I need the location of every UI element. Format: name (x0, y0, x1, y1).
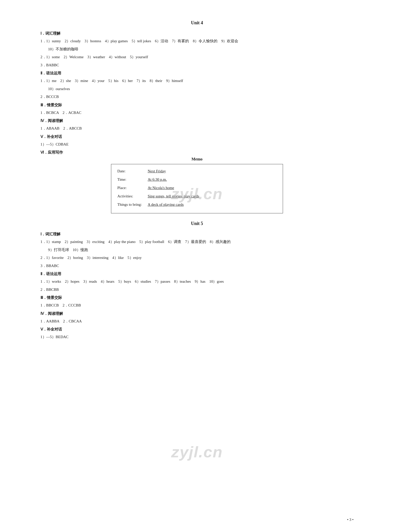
unit4-s1-line4: 3．BABBC (40, 62, 354, 69)
memo-date-row: Date: Next Friday (117, 168, 277, 175)
unit4-s1-line2: 10）不加糖的咖啡 (40, 46, 354, 53)
unit4-s2-line2: 10）ourselves (40, 86, 354, 92)
memo-date-label: Date: (117, 168, 148, 175)
unit4-s2-line1: 1．1）me 2）she 3）mine 4）your 5）his 6）her 7… (40, 78, 354, 84)
unit4-title: Unit 4 (40, 20, 354, 26)
unit4-s3-line1: 1．BCBCA 2．ACBAC (40, 110, 354, 116)
memo-place-label: Place: (117, 185, 148, 191)
unit4-section6-heading: Ⅵ．应用写作 (40, 150, 354, 155)
unit5-s5-line1: 1）—5）BEDAC (40, 334, 354, 340)
unit4-section1-heading: Ⅰ．词汇理解 (40, 31, 354, 36)
unit5-s2-line1: 1．1）works 2）hopes 3）reads 4）hears 5）buys… (40, 278, 354, 285)
page-number: • 3 • (347, 518, 354, 522)
unit4-section3-heading: Ⅲ．情景交际 (40, 103, 354, 108)
unit5-section5-heading: Ⅴ．补全对话 (40, 327, 354, 332)
unit4-s4-line1: 1．ABAAB 2．ABCCB (40, 125, 354, 132)
unit4-section4-heading: Ⅳ．阅读理解 (40, 118, 354, 123)
unit4-section5-heading: Ⅴ．补全对话 (40, 134, 354, 139)
unit5-s1-line2: 9）打羽毛球 10）慢跑 (40, 247, 354, 253)
unit4-s5-line1: 1）—5）CDBAE (40, 141, 354, 148)
unit5-s1-line4: 3．BBABC (40, 263, 354, 269)
memo-things-label: Things to bring: (117, 201, 148, 208)
unit4-s1-line1: 1．1）sunny 2）cloudy 3）hostess 4）play game… (40, 38, 354, 45)
memo-things-row: Things to bring: A deck of playing cards (117, 201, 277, 208)
unit5-s1-line1: 1．1）stamp 2）painting 3）exciting 4）play t… (40, 239, 354, 245)
unit5-section3-heading: Ⅲ．情景交际 (40, 295, 354, 300)
unit5-s1-line3: 2．1）favorite 2）boring 3）interesting 4）li… (40, 255, 354, 261)
memo-subtitle: Memo (40, 157, 354, 161)
unit4-s2-line3: 2．BCCCB (40, 94, 354, 100)
memo-activities-row: Activities: Sing songs, tell stories, pl… (117, 193, 277, 200)
memo-place-value: At Nicola's home (148, 185, 174, 191)
unit5-s2-line2: 2．BBCBB (40, 287, 354, 293)
unit5-s4-line1: 1．AABBA 2．CBCAA (40, 318, 354, 325)
unit5-section2-heading: Ⅱ．语法运用 (40, 272, 354, 276)
unit4-s1-line3: 2．1）some 2）Welcome 3）weather 4）without 5… (40, 54, 354, 60)
unit5-section1-heading: Ⅰ．词汇理解 (40, 232, 354, 237)
memo-time-row: Time: At 6:30 p.m. (117, 176, 277, 183)
memo-box: Date: Next Friday Time: At 6:30 p.m. Pla… (111, 164, 283, 213)
unit5-title: Unit 5 (40, 221, 354, 226)
unit5-section4-heading: Ⅳ．阅读理解 (40, 311, 354, 316)
memo-activities-value: Sing songs, tell stories, play cards (148, 193, 199, 200)
memo-date-value: Next Friday (148, 168, 166, 175)
memo-time-label: Time: (117, 176, 148, 183)
memo-place-row: Place: At Nicola's home (117, 185, 277, 191)
memo-things-value: A deck of playing cards (148, 201, 184, 208)
unit5-s3-line1: 1．BBCCB 2．CCCBB (40, 302, 354, 309)
unit4-section2-heading: Ⅱ．语法运用 (40, 71, 354, 76)
memo-time-value: At 6:30 p.m. (148, 176, 167, 183)
memo-activities-label: Activities: (117, 193, 148, 200)
watermark-2: zyjl.cn (171, 443, 223, 461)
